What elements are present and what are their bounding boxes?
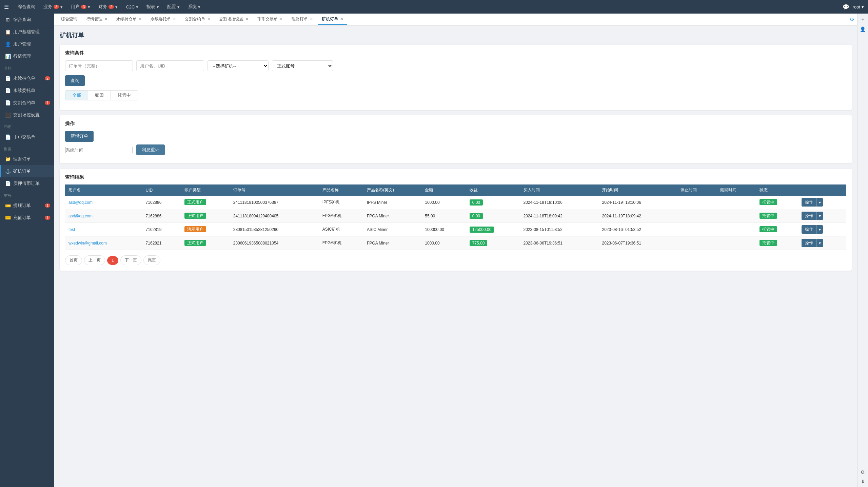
page-current-btn[interactable]: 1	[107, 256, 118, 265]
results-section-title: 查询结果	[65, 174, 846, 180]
action-button[interactable]: 操作	[802, 212, 816, 220]
nav-label: 用户	[71, 4, 80, 10]
arrow-down-icon[interactable]: ⬇	[861, 479, 865, 484]
action-button[interactable]: 操作	[802, 198, 816, 207]
sidebar-item-用户基础管理[interactable]: 📋 用户基础管理	[0, 26, 54, 38]
tab-永续委托单[interactable]: 永续委托单 ✕	[146, 14, 180, 25]
recalc-row: 利息重计	[65, 144, 846, 155]
action-dropdown-btn[interactable]: ▾	[816, 212, 823, 220]
sidebar-item-理财订单[interactable]: 📁 理财订单	[0, 153, 54, 165]
sidebar-badge: 1	[45, 216, 50, 220]
sidebar-item-行情管理[interactable]: 📊 行情管理	[0, 50, 54, 62]
action-dropdown-btn[interactable]: ▾	[816, 225, 823, 234]
cell-amount: 1600.00	[421, 196, 466, 209]
chevron-down-icon: ▾	[198, 4, 200, 9]
plus-icon[interactable]: ＋	[861, 16, 865, 22]
sidebar-item-矿机订单[interactable]: ⚓ 矿机订单	[0, 165, 54, 177]
sidebar-item-用户管理[interactable]: 👤 用户管理	[0, 38, 54, 50]
filter-tab-托管中[interactable]: 托管中	[111, 91, 138, 100]
username-link[interactable]: asd@qq.com	[68, 214, 93, 218]
username-link[interactable]: wxedwin@gmail.com	[68, 241, 107, 246]
sidebar-item-充值订单[interactable]: 💳 充值订单 1	[0, 212, 54, 224]
tab-close-icon[interactable]: ✕	[280, 17, 283, 21]
action-dropdown-btn[interactable]: ▾	[816, 239, 823, 247]
message-icon[interactable]: 💬	[843, 4, 849, 10]
tab-交割合约单[interactable]: 交割合约单 ✕	[181, 14, 214, 25]
tab-综合查询[interactable]: 综合查询	[57, 14, 81, 25]
nav-综合查询[interactable]: 综合查询	[14, 2, 39, 11]
cell-stop-time	[677, 223, 716, 236]
tab-币币交易单[interactable]: 币币交易单 ✕	[253, 14, 287, 25]
user-icon: 👤	[5, 41, 11, 47]
nav-系统[interactable]: 系统 ▾	[184, 2, 204, 11]
user-avatar-icon[interactable]: 👤	[860, 26, 866, 32]
nav-业务[interactable]: 业务 3 ▾	[40, 2, 66, 11]
tab-close-icon[interactable]: ✕	[245, 17, 249, 21]
account-type-select[interactable]: 正式账号 演示账号	[272, 60, 333, 71]
sys-time-input[interactable]	[65, 147, 133, 153]
action-button[interactable]: 操作	[802, 225, 816, 234]
username-link[interactable]: asd@qq.com	[68, 200, 93, 205]
sidebar-item-提现订单[interactable]: 💳 提现订单 1	[0, 199, 54, 212]
order-no-input[interactable]	[65, 60, 133, 71]
sidebar-item-交割场控设置[interactable]: ⬛ 交割场控设置	[0, 109, 54, 121]
sidebar-item-永续持仓单[interactable]: 📄 永续持仓单 2	[0, 72, 54, 84]
tab-close-icon[interactable]: ✕	[104, 17, 107, 21]
sidebar-badge: 2	[45, 76, 50, 80]
filter-tab-全部[interactable]: 全部	[65, 91, 88, 100]
sidebar-item-综合查询[interactable]: ⊞ 综合查询	[0, 14, 54, 26]
sidebar-item-交割合约单[interactable]: 📄 交割合约单 1	[0, 97, 54, 109]
nav-用户[interactable]: 用户 3 ▾	[67, 2, 94, 11]
username-link[interactable]: test	[68, 227, 75, 232]
chevron-down-icon: ▾	[88, 4, 90, 9]
nav-配置[interactable]: 配置 ▾	[164, 2, 183, 11]
search-button[interactable]: 查询	[65, 75, 85, 86]
sidebar-item-质押借币订单[interactable]: 📄 质押借币订单	[0, 177, 54, 190]
cell-order-id: 24111818094129400405	[230, 209, 319, 223]
user-menu[interactable]: root ▾	[853, 4, 864, 9]
sidebar-item-label: 质押借币订单	[13, 180, 40, 187]
chevron-down-icon: ▾	[177, 4, 180, 9]
tab-close-icon[interactable]: ✕	[139, 17, 142, 21]
page-first-btn[interactable]: 首页	[65, 255, 82, 265]
sidebar-badge: 1	[45, 101, 50, 105]
ops-row: 新增订单	[65, 131, 846, 142]
filter-tab-赎回[interactable]: 赎回	[88, 91, 111, 100]
search-section-title: 查询条件	[65, 50, 846, 56]
col-buy-time: 买入时间	[520, 184, 599, 196]
cell-product-name-en: ASIC Miner	[363, 223, 421, 236]
nav-C2C[interactable]: C2C ▾	[122, 2, 142, 11]
tab-行情管理[interactable]: 行情管理 ✕	[82, 14, 112, 25]
sidebar-item-label: 行情管理	[13, 53, 31, 59]
hamburger-icon[interactable]: ☰	[4, 4, 9, 10]
refresh-icon[interactable]: ⟳	[850, 16, 854, 23]
tab-交割场控设置[interactable]: 交割场控设置 ✕	[215, 14, 253, 25]
settings-gear-icon[interactable]: ⚙	[861, 469, 865, 475]
page-prev-btn[interactable]: 上一页	[84, 255, 105, 265]
main-area: 综合查询 行情管理 ✕ 永续持仓单 ✕ 永续委托单 ✕ 交割合约单 ✕ 交割场控…	[54, 14, 857, 487]
chevron-down-icon: ▾	[157, 4, 159, 9]
tab-close-icon[interactable]: ✕	[340, 17, 343, 21]
page-next-btn[interactable]: 下一页	[120, 255, 141, 265]
miner-select[interactable]: --选择矿机-- IPFS矿机 FPGA矿机 ASIC矿机	[208, 60, 269, 71]
cell-account-type: 演示用户	[181, 223, 230, 236]
nav-财务[interactable]: 财务 2 ▾	[95, 2, 121, 11]
tab-永续持仓单[interactable]: 永续持仓单 ✕	[112, 14, 146, 25]
tab-close-icon[interactable]: ✕	[310, 17, 313, 21]
recalc-button[interactable]: 利息重计	[136, 144, 165, 155]
tab-label: 综合查询	[61, 16, 77, 22]
tab-理财订单[interactable]: 理财订单 ✕	[288, 14, 317, 25]
tab-close-icon[interactable]: ✕	[207, 17, 210, 21]
action-button[interactable]: 操作	[802, 239, 816, 247]
nav-报表[interactable]: 报表 ▾	[143, 2, 162, 11]
sidebar-item-永续委托单[interactable]: 📄 永续委托单	[0, 84, 54, 97]
action-dropdown-btn[interactable]: ▾	[816, 198, 823, 207]
new-order-button[interactable]: 新增订单	[65, 131, 94, 142]
page-last-btn[interactable]: 尾页	[143, 255, 160, 265]
user-input[interactable]	[136, 60, 204, 71]
tab-矿机订单[interactable]: 矿机订单 ✕	[318, 14, 347, 25]
tab-close-icon[interactable]: ✕	[173, 17, 176, 21]
cell-profit: 775.00	[466, 236, 520, 250]
sidebar-item-币币交易单[interactable]: 📄 币币交易单	[0, 131, 54, 143]
cell-start-time: 2024-11-19T18:09:42	[598, 209, 677, 223]
